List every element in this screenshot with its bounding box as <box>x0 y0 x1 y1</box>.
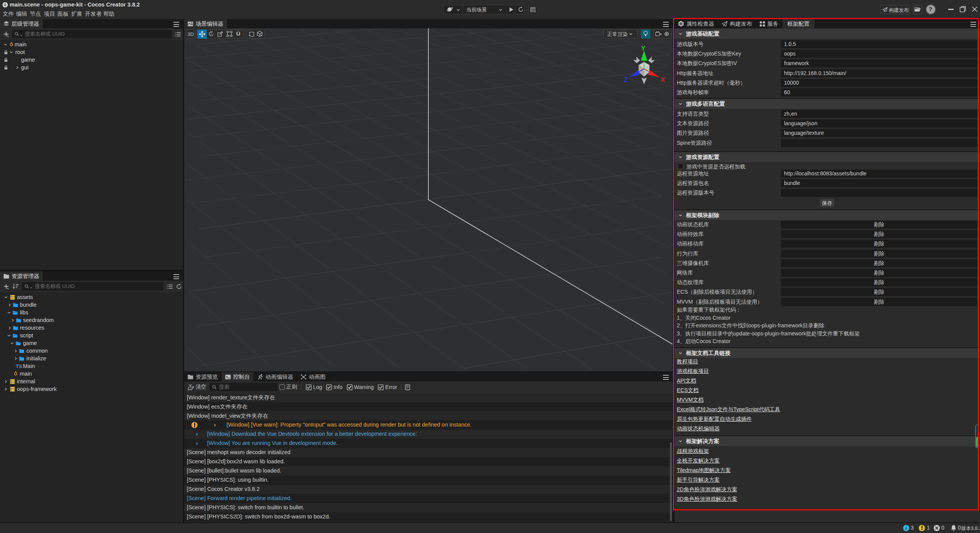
svg-text:Z: Z <box>624 77 628 83</box>
svg-text:Y: Y <box>641 45 645 52</box>
svg-text:X: X <box>661 77 665 83</box>
